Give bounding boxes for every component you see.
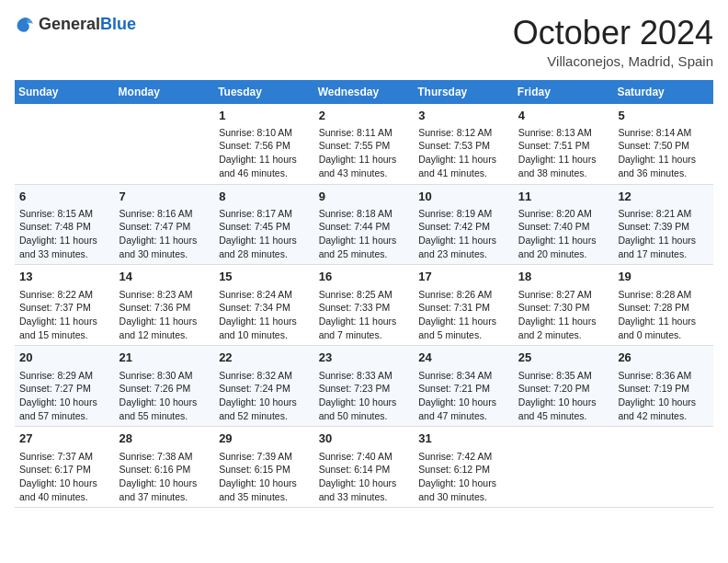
- logo-blue: Blue: [100, 16, 136, 34]
- day-number: 10: [418, 189, 509, 205]
- weekday-header-thursday: Thursday: [414, 80, 514, 104]
- calendar-cell: 28Sunrise: 7:38 AMSunset: 6:16 PMDayligh…: [115, 427, 215, 508]
- day-number: 7: [119, 189, 210, 205]
- day-content: Sunrise: 8:28 AMSunset: 7:28 PMDaylight:…: [618, 288, 709, 342]
- day-number: 26: [618, 350, 709, 366]
- weekday-header-wednesday: Wednesday: [314, 80, 415, 104]
- calendar-cell: 1Sunrise: 8:10 AMSunset: 7:56 PMDaylight…: [214, 104, 314, 184]
- day-number: 8: [219, 189, 310, 205]
- calendar-week-row: 6Sunrise: 8:15 AMSunset: 7:48 PMDaylight…: [15, 184, 713, 265]
- day-number: 5: [618, 108, 709, 124]
- day-number: 30: [319, 431, 410, 447]
- day-content: Sunrise: 8:27 AMSunset: 7:30 PMDaylight:…: [518, 288, 609, 342]
- day-content: Sunrise: 8:17 AMSunset: 7:45 PMDaylight:…: [219, 207, 310, 261]
- day-content: Sunrise: 8:10 AMSunset: 7:56 PMDaylight:…: [219, 126, 310, 180]
- title-block: October 2024 Villaconejos, Madrid, Spain: [513, 15, 713, 69]
- calendar-cell: 16Sunrise: 8:25 AMSunset: 7:33 PMDayligh…: [314, 265, 415, 346]
- day-content: Sunrise: 8:21 AMSunset: 7:39 PMDaylight:…: [618, 207, 709, 261]
- weekday-header-tuesday: Tuesday: [214, 80, 314, 104]
- day-number: 19: [618, 269, 709, 285]
- day-content: Sunrise: 8:20 AMSunset: 7:40 PMDaylight:…: [518, 207, 609, 261]
- day-content: Sunrise: 8:30 AMSunset: 7:26 PMDaylight:…: [119, 369, 210, 423]
- weekday-header-sunday: Sunday: [15, 80, 115, 104]
- calendar-cell: 27Sunrise: 7:37 AMSunset: 6:17 PMDayligh…: [15, 427, 115, 508]
- day-content: Sunrise: 7:42 AMSunset: 6:12 PMDaylight:…: [418, 450, 509, 504]
- calendar-cell: 24Sunrise: 8:34 AMSunset: 7:21 PMDayligh…: [414, 346, 514, 427]
- day-number: 21: [119, 350, 210, 366]
- day-number: 31: [418, 431, 509, 447]
- day-content: Sunrise: 8:35 AMSunset: 7:20 PMDaylight:…: [518, 369, 609, 423]
- day-number: 13: [19, 269, 110, 285]
- day-content: Sunrise: 8:15 AMSunset: 7:48 PMDaylight:…: [19, 207, 110, 261]
- logo: General Blue: [15, 15, 136, 35]
- day-number: 29: [219, 431, 310, 447]
- day-content: Sunrise: 8:25 AMSunset: 7:33 PMDaylight:…: [319, 288, 410, 342]
- calendar-cell: 8Sunrise: 8:17 AMSunset: 7:45 PMDaylight…: [214, 184, 314, 265]
- calendar-cell: 29Sunrise: 7:39 AMSunset: 6:15 PMDayligh…: [214, 427, 314, 508]
- day-content: Sunrise: 8:14 AMSunset: 7:50 PMDaylight:…: [618, 126, 709, 180]
- day-number: 6: [19, 189, 110, 205]
- weekday-header-friday: Friday: [514, 80, 614, 104]
- weekday-header-saturday: Saturday: [613, 80, 713, 104]
- calendar-cell: 10Sunrise: 8:19 AMSunset: 7:42 PMDayligh…: [414, 184, 514, 265]
- day-number: 18: [518, 269, 609, 285]
- day-content: Sunrise: 8:26 AMSunset: 7:31 PMDaylight:…: [418, 288, 509, 342]
- day-number: 14: [119, 269, 210, 285]
- day-number: 4: [518, 108, 609, 124]
- calendar-week-row: 27Sunrise: 7:37 AMSunset: 6:17 PMDayligh…: [15, 427, 713, 508]
- calendar-cell: 12Sunrise: 8:21 AMSunset: 7:39 PMDayligh…: [613, 184, 713, 265]
- day-number: 28: [119, 431, 210, 447]
- calendar-cell: 13Sunrise: 8:22 AMSunset: 7:37 PMDayligh…: [15, 265, 115, 346]
- day-content: Sunrise: 8:33 AMSunset: 7:23 PMDaylight:…: [319, 369, 410, 423]
- day-content: Sunrise: 8:23 AMSunset: 7:36 PMDaylight:…: [119, 288, 210, 342]
- day-number: 24: [418, 350, 509, 366]
- logo-icon: [15, 15, 35, 35]
- day-number: 3: [418, 108, 509, 124]
- day-number: 22: [219, 350, 310, 366]
- calendar-cell: 11Sunrise: 8:20 AMSunset: 7:40 PMDayligh…: [514, 184, 614, 265]
- calendar-week-row: 1Sunrise: 8:10 AMSunset: 7:56 PMDaylight…: [15, 104, 713, 184]
- day-content: Sunrise: 8:11 AMSunset: 7:55 PMDaylight:…: [319, 126, 410, 180]
- calendar-header: SundayMondayTuesdayWednesdayThursdayFrid…: [15, 80, 713, 104]
- calendar-cell: 26Sunrise: 8:36 AMSunset: 7:19 PMDayligh…: [613, 346, 713, 427]
- calendar-body: 1Sunrise: 8:10 AMSunset: 7:56 PMDaylight…: [15, 104, 713, 508]
- calendar-cell: [613, 427, 713, 508]
- calendar-cell: 17Sunrise: 8:26 AMSunset: 7:31 PMDayligh…: [414, 265, 514, 346]
- calendar-table: SundayMondayTuesdayWednesdayThursdayFrid…: [15, 80, 713, 509]
- day-content: Sunrise: 8:18 AMSunset: 7:44 PMDaylight:…: [319, 207, 410, 261]
- day-content: Sunrise: 7:39 AMSunset: 6:15 PMDaylight:…: [219, 450, 310, 504]
- calendar-cell: 7Sunrise: 8:16 AMSunset: 7:47 PMDaylight…: [115, 184, 215, 265]
- calendar-cell: 5Sunrise: 8:14 AMSunset: 7:50 PMDaylight…: [613, 104, 713, 184]
- day-content: Sunrise: 8:34 AMSunset: 7:21 PMDaylight:…: [418, 369, 509, 423]
- month-title: October 2024: [513, 15, 713, 52]
- day-number: 1: [219, 108, 310, 124]
- day-content: Sunrise: 8:32 AMSunset: 7:24 PMDaylight:…: [219, 369, 310, 423]
- day-number: 25: [518, 350, 609, 366]
- calendar-cell: 15Sunrise: 8:24 AMSunset: 7:34 PMDayligh…: [214, 265, 314, 346]
- day-number: 12: [618, 189, 709, 205]
- calendar-cell: 4Sunrise: 8:13 AMSunset: 7:51 PMDaylight…: [514, 104, 614, 184]
- day-content: Sunrise: 8:36 AMSunset: 7:19 PMDaylight:…: [618, 369, 709, 423]
- location: Villaconejos, Madrid, Spain: [513, 53, 713, 69]
- calendar-cell: 25Sunrise: 8:35 AMSunset: 7:20 PMDayligh…: [514, 346, 614, 427]
- calendar-cell: 14Sunrise: 8:23 AMSunset: 7:36 PMDayligh…: [115, 265, 215, 346]
- logo-general: General: [39, 16, 100, 34]
- day-content: Sunrise: 8:13 AMSunset: 7:51 PMDaylight:…: [518, 126, 609, 180]
- calendar-cell: 22Sunrise: 8:32 AMSunset: 7:24 PMDayligh…: [214, 346, 314, 427]
- calendar-cell: 2Sunrise: 8:11 AMSunset: 7:55 PMDaylight…: [314, 104, 415, 184]
- day-content: Sunrise: 8:12 AMSunset: 7:53 PMDaylight:…: [418, 126, 509, 180]
- day-number: 17: [418, 269, 509, 285]
- calendar-week-row: 20Sunrise: 8:29 AMSunset: 7:27 PMDayligh…: [15, 346, 713, 427]
- logo-text: General Blue: [39, 16, 136, 34]
- calendar-cell: [115, 104, 215, 184]
- calendar-cell: 30Sunrise: 7:40 AMSunset: 6:14 PMDayligh…: [314, 427, 415, 508]
- day-number: 2: [319, 108, 410, 124]
- calendar-cell: 18Sunrise: 8:27 AMSunset: 7:30 PMDayligh…: [514, 265, 614, 346]
- day-number: 11: [518, 189, 609, 205]
- page-header: General Blue October 2024 Villaconejos, …: [15, 15, 713, 69]
- day-content: Sunrise: 7:37 AMSunset: 6:17 PMDaylight:…: [19, 450, 110, 504]
- calendar-cell: 6Sunrise: 8:15 AMSunset: 7:48 PMDaylight…: [15, 184, 115, 265]
- calendar-cell: 9Sunrise: 8:18 AMSunset: 7:44 PMDaylight…: [314, 184, 415, 265]
- calendar-cell: 19Sunrise: 8:28 AMSunset: 7:28 PMDayligh…: [613, 265, 713, 346]
- calendar-cell: 20Sunrise: 8:29 AMSunset: 7:27 PMDayligh…: [15, 346, 115, 427]
